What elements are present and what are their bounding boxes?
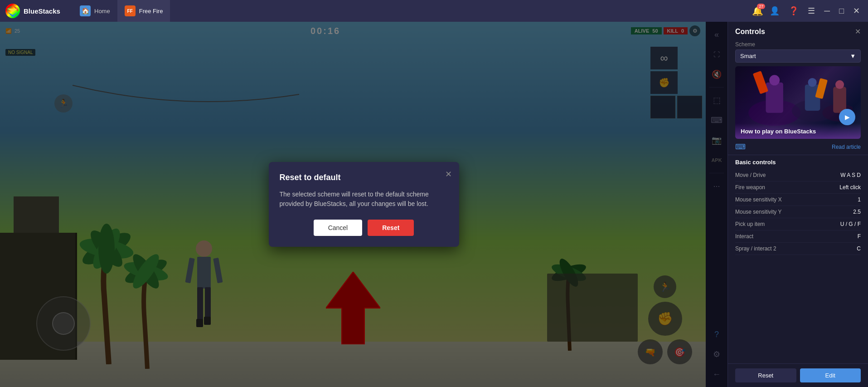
divider-1 [709, 87, 724, 88]
svg-rect-20 [213, 258, 223, 283]
weapon-slots [650, 96, 702, 118]
game-timer: 00:16 [310, 26, 340, 36]
keyboard-article-icon: ⌨ [735, 142, 746, 151]
more-btn[interactable]: ··· [708, 177, 726, 195]
control-row-6: Spray / interact 2 C [735, 243, 861, 255]
control-name-2: Mouse sensitivity X [735, 196, 782, 203]
freefire-tab-icon: FF [125, 5, 136, 16]
modal-cancel-btn[interactable]: Cancel [314, 220, 363, 236]
mute-btn[interactable]: 🔇 [708, 65, 726, 83]
cable [73, 76, 299, 122]
tab-freefire[interactable]: FF Free Fire [117, 0, 170, 22]
svg-rect-15 [197, 287, 203, 323]
crouch-btn[interactable]: 🎯 [667, 339, 692, 364]
tab-home-label: Home [94, 8, 110, 15]
running-figure-icon: 🏃 [54, 94, 73, 113]
control-key-4: U / G / F [840, 221, 861, 227]
svg-rect-14 [197, 257, 211, 289]
back-btn[interactable]: ← [708, 365, 726, 383]
game-controls-bottom-right: 🏃 ✊ 🔫 🎯 [638, 275, 692, 364]
svg-rect-18 [204, 317, 211, 325]
control-key-2: 1 [858, 196, 861, 203]
account-button[interactable]: 👤 [767, 4, 782, 18]
help-button[interactable]: ❓ [786, 4, 801, 18]
game-tr-controls: ∞ ✊ [650, 47, 702, 118]
red-arrow-indicator [326, 272, 380, 346]
weapon-slot-2[interactable] [677, 96, 702, 118]
svg-rect-23 [766, 83, 783, 113]
punch-btn[interactable]: ✊ [650, 71, 678, 94]
svg-point-24 [769, 75, 780, 85]
modal-reset-btn[interactable]: Reset [368, 220, 414, 236]
edit-button[interactable]: Edit [800, 368, 861, 382]
controls-list: Basic controls Move / Drive W A S D Fire… [728, 155, 868, 363]
svg-rect-25 [753, 71, 768, 94]
svg-rect-19 [185, 258, 194, 283]
joystick-inner [52, 312, 75, 335]
hud-settings[interactable]: ⚙ [689, 25, 700, 36]
wifi-icon: 📶 [5, 28, 12, 34]
palm-tree-2 [118, 242, 177, 369]
read-article-link[interactable]: Read article [832, 144, 861, 150]
minimize-button[interactable]: ─ [821, 5, 833, 18]
ctrl-row-mid: ✊ [648, 302, 682, 336]
apk-btn[interactable]: APK [708, 151, 726, 169]
tab-freefire-label: Free Fire [139, 8, 163, 15]
control-row-1: Fire weapon Left click [735, 181, 861, 194]
modal-close-btn[interactable]: ✕ [445, 169, 452, 179]
tab-home[interactable]: 🏠 Home [73, 0, 117, 22]
scheme-label: Scheme [735, 41, 861, 48]
settings-panel-btn[interactable]: ⚙ [708, 345, 726, 363]
screenshot-btn[interactable]: 📷 [708, 131, 726, 149]
notification-bell[interactable]: 🔔 27 [752, 5, 763, 16]
preview-overlay: How to play on BlueStacks [735, 123, 861, 139]
control-name-1: Fire weapon [735, 184, 765, 191]
ctrl-row-bot: 🔫 🎯 [638, 339, 692, 364]
scheme-value: Smart [740, 53, 756, 59]
expand-btn[interactable]: ⛶ [708, 45, 726, 64]
control-row-5: Interact F [735, 230, 861, 243]
player-character [181, 235, 227, 344]
chevron-down-icon: ▼ [850, 53, 856, 59]
weapon-slot-1[interactable] [650, 96, 675, 118]
maximize-button[interactable]: □ [836, 5, 847, 18]
side-toolbar: « ⛶ 🔇 ⬚ ⌨ 📷 APK ··· ? ⚙ ← [706, 22, 727, 387]
panel-close-btn[interactable]: ✕ [855, 27, 861, 36]
infinity-btn[interactable]: ∞ [650, 47, 678, 69]
panel-bottom: Reset Edit [728, 363, 868, 387]
control-name-3: Mouse sensitivity Y [735, 209, 782, 215]
control-row-0: Move / Drive W A S D [735, 169, 861, 181]
collapse-panel-btn[interactable]: « [708, 25, 726, 44]
control-key-1: Left click [839, 184, 861, 191]
joystick[interactable] [36, 296, 91, 351]
reset-modal: ✕ Reset to default The selected scheme w… [269, 162, 459, 247]
sprint-btn[interactable]: 🏃 [654, 275, 676, 298]
reset-button[interactable]: Reset [735, 368, 796, 382]
keyboard-btn[interactable]: ⌨ [708, 111, 726, 129]
control-row-4: Pick up item U / G / F [735, 218, 861, 230]
cursor-btn[interactable]: ⬚ [708, 91, 726, 109]
scheme-select[interactable]: Smart ▼ [735, 49, 861, 63]
control-name-6: Spray / interact 2 [735, 245, 776, 252]
bg-structure [547, 274, 638, 342]
controls-panel: Controls ✕ Scheme Smart ▼ [727, 22, 868, 387]
prone-btn[interactable]: 🔫 [638, 339, 663, 364]
close-button[interactable]: ✕ [850, 4, 863, 18]
svg-point-5 [98, 224, 115, 274]
help-panel-btn[interactable]: ? [708, 325, 726, 343]
control-row-2: Mouse sensitivity X 1 [735, 194, 861, 206]
control-row-3: Mouse sensitivity Y 2.5 [735, 206, 861, 218]
up-arrow-svg [326, 272, 380, 344]
play-button[interactable]: ▶ [839, 109, 855, 125]
panel-header: Controls ✕ [728, 22, 868, 41]
menu-button[interactable]: ☰ [805, 4, 818, 18]
alive-kill-display: ALIVE 50 KILL 0 ⚙ [631, 25, 700, 36]
structure-top [14, 196, 59, 233]
preview-text: How to play on BlueStacks [741, 128, 816, 135]
logo-text: BlueStacks [24, 7, 60, 15]
ctrl-row-top: 🏃 [654, 275, 676, 298]
svg-point-32 [835, 80, 844, 89]
alive-box: ALIVE 50 [631, 27, 662, 34]
bluestacks-logo [5, 4, 20, 18]
punch-action-btn[interactable]: ✊ [648, 302, 682, 336]
